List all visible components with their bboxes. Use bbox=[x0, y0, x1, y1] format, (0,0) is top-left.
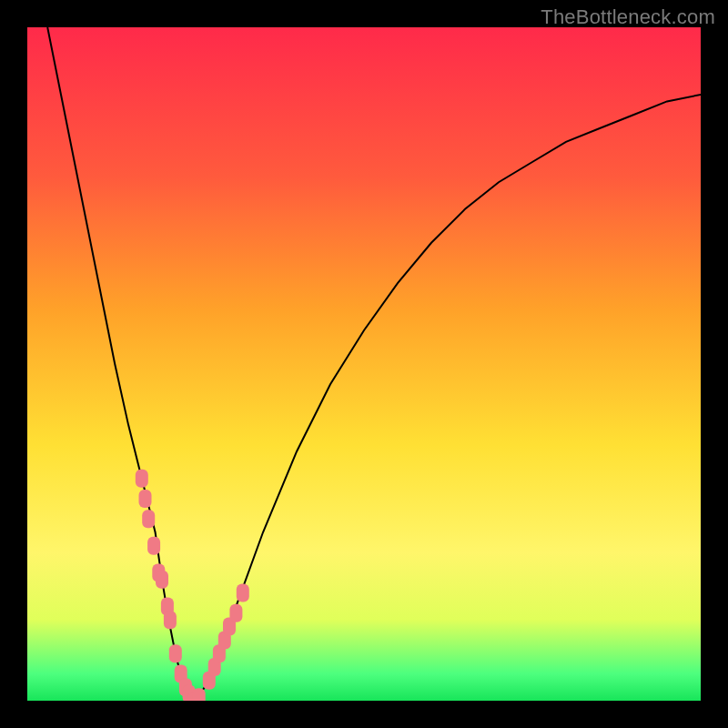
marker-group bbox=[136, 470, 249, 701]
marker-point bbox=[136, 470, 148, 488]
marker-point bbox=[142, 510, 155, 528]
chart-frame: TheBottleneck.com bbox=[0, 0, 728, 728]
marker-point bbox=[139, 490, 152, 508]
marker-point bbox=[156, 571, 168, 589]
marker-point bbox=[169, 644, 182, 662]
marker-point bbox=[237, 584, 249, 602]
marker-point bbox=[229, 604, 242, 622]
bottleneck-curve bbox=[27, 27, 701, 701]
marker-point bbox=[193, 688, 206, 701]
marker-point bbox=[147, 537, 160, 555]
plot-area bbox=[27, 27, 701, 701]
marker-point bbox=[164, 611, 177, 629]
watermark-label: TheBottleneck.com bbox=[541, 5, 715, 29]
curve-path bbox=[47, 27, 701, 701]
